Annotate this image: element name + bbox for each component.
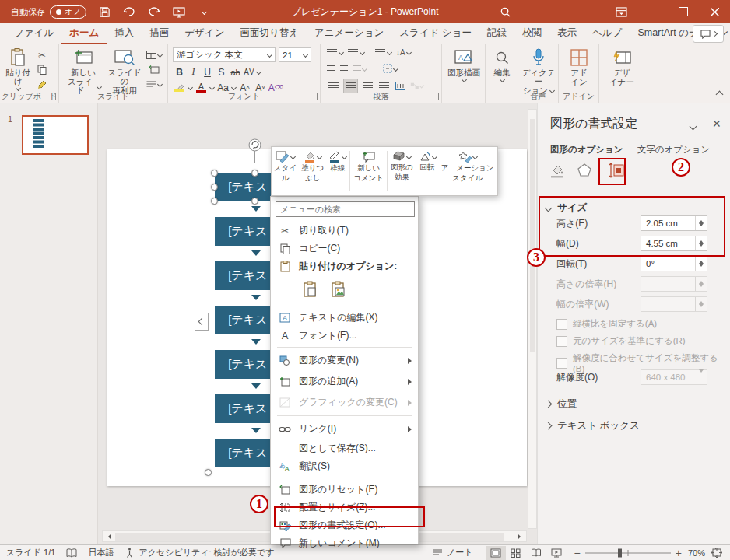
shapes-drawing-button[interactable]: A 図形描画 <box>446 47 482 82</box>
ribbon-display-options-button[interactable] <box>605 0 637 23</box>
bullets-button[interactable] <box>327 49 343 56</box>
section-size[interactable]: サイズ <box>546 201 587 215</box>
section-textbox[interactable]: テキスト ボックス <box>546 419 640 432</box>
menu-item-copy[interactable]: コピー(C) <box>271 240 418 257</box>
menu-search-input[interactable] <box>276 201 415 217</box>
smartart-frame-handle[interactable] <box>205 469 212 476</box>
menu-item-change-shape[interactable]: 図形の変更(N) <box>271 350 418 371</box>
close-button[interactable] <box>699 0 730 23</box>
tab-animations[interactable]: アニメーション <box>307 23 391 44</box>
font-dialog-launcher[interactable] <box>311 93 318 100</box>
paste-as-picture-button[interactable] <box>327 278 349 299</box>
text-shadow-button[interactable]: S <box>215 65 228 79</box>
tab-draw[interactable]: 描画 <box>142 23 177 44</box>
shape-effects-button[interactable]: 図形の効果 <box>388 147 416 195</box>
align-text-button[interactable] <box>383 64 398 73</box>
underline-button[interactable]: U <box>201 65 214 79</box>
shape-fill-button[interactable]: 塗りつぶし <box>299 147 326 195</box>
menu-item-translate[interactable]: あA 翻訳(S) <box>271 457 418 475</box>
accessibility-status[interactable]: アクセシビリティ: 検討が必要です <box>125 547 274 558</box>
character-spacing-dropdown-icon[interactable] <box>256 69 261 75</box>
scroll-right-icon[interactable] <box>518 534 524 540</box>
minimize-button[interactable] <box>637 0 668 23</box>
rotation-spinner[interactable] <box>695 257 707 271</box>
zoom-out-button[interactable]: − <box>574 547 581 559</box>
tab-text-options[interactable]: 文字のオプション <box>637 144 711 156</box>
autosave-toggle[interactable]: オフ <box>50 5 86 19</box>
height-input[interactable]: 2.05 cm <box>641 215 707 231</box>
tab-record[interactable]: 記録 <box>479 23 514 44</box>
menu-item-save-as-picture[interactable]: 図として保存(S)... <box>271 439 418 457</box>
tab-design[interactable]: デザイン <box>177 23 232 44</box>
menu-item-new-comment[interactable]: 新しいコメント(M) <box>271 534 418 552</box>
editing-button[interactable]: 編集 <box>488 47 516 82</box>
notes-button[interactable]: ノート <box>433 547 473 558</box>
undo-button[interactable] <box>122 5 136 19</box>
comments-button[interactable] <box>693 25 724 43</box>
height-spinner[interactable] <box>695 216 707 230</box>
collapse-ribbon-button[interactable] <box>717 89 722 100</box>
reset-slide-button[interactable] <box>146 63 162 76</box>
strikethrough-button[interactable]: ab <box>229 65 242 79</box>
line-spacing-button[interactable] <box>375 49 391 56</box>
increase-indent-button[interactable] <box>340 65 348 72</box>
text-direction-button[interactable]: ↓A <box>396 48 411 57</box>
cut-button[interactable]: ✂ <box>34 48 50 61</box>
clipboard-dialog-launcher[interactable] <box>49 93 56 100</box>
menu-item-cut[interactable]: ✂ 切り取り(T) <box>271 222 418 240</box>
slide-sorter-view-button[interactable] <box>506 546 526 560</box>
effects-tab-icon[interactable] <box>577 163 592 178</box>
qat-customize-button[interactable] <box>197 5 211 19</box>
selection-handle-bottom-left[interactable] <box>211 198 218 205</box>
addins-button[interactable]: アド イン <box>562 47 596 86</box>
rotate-button[interactable]: 回転 <box>416 147 439 195</box>
columns-button[interactable] <box>353 65 367 72</box>
numbering-button[interactable] <box>348 49 364 56</box>
selection-handle-top-left[interactable] <box>211 170 218 177</box>
tab-home[interactable]: ホーム <box>61 23 107 44</box>
font-name-combobox[interactable]: 游ゴシック 本文 <box>173 47 276 62</box>
tab-shape-options[interactable]: 図形のオプション <box>550 144 623 156</box>
paragraph-dialog-launcher[interactable] <box>432 93 439 100</box>
tab-slideshow[interactable]: スライド ショー <box>391 23 479 44</box>
vertical-scrollbar[interactable] <box>528 109 537 529</box>
menu-item-edit-text[interactable]: A テキストの編集(X) <box>271 309 418 327</box>
menu-item-add-shape[interactable]: 図形の追加(A) <box>271 371 418 392</box>
start-slideshow-button[interactable] <box>172 5 186 19</box>
search-icon[interactable] <box>498 5 512 19</box>
menu-item-format-shape[interactable]: 図形の書式設定(O)... <box>271 516 418 534</box>
section-button[interactable] <box>146 78 162 91</box>
menu-item-link[interactable]: リンク(I) <box>271 418 418 439</box>
rotation-input[interactable]: 0° <box>641 256 707 271</box>
redo-button[interactable] <box>147 5 161 19</box>
maximize-button[interactable] <box>668 0 699 23</box>
reading-view-button[interactable] <box>526 546 546 560</box>
normal-view-button[interactable] <box>486 546 506 560</box>
reuse-slides-button[interactable]: スライドの 再利用 <box>104 47 145 95</box>
zoom-in-button[interactable]: + <box>676 547 682 559</box>
tab-insert[interactable]: 挿入 <box>107 23 142 44</box>
smartart-text-pane-toggle[interactable] <box>195 313 209 331</box>
fit-to-window-button[interactable] <box>711 548 722 558</box>
animation-style-button[interactable]: アニメーションスタイル <box>439 147 497 195</box>
font-size-combobox[interactable]: 21 <box>279 47 311 62</box>
menu-item-font[interactable]: A フォント(F)... <box>271 327 418 345</box>
selection-handle-middle-left[interactable] <box>211 184 218 191</box>
character-spacing-button[interactable]: AV <box>243 65 256 79</box>
new-slide-button[interactable]: 新しい スライド <box>65 47 101 95</box>
zoom-level[interactable]: 70% <box>688 548 705 558</box>
save-button[interactable] <box>97 5 111 19</box>
decrease-indent-button[interactable] <box>327 65 335 72</box>
designer-button[interactable]: デザ イナー <box>603 47 641 86</box>
language-indicator[interactable]: 日本語 <box>88 547 114 558</box>
shape-outline-button[interactable]: 枠線 <box>326 147 349 195</box>
paste-keep-formatting-button[interactable] <box>299 278 321 299</box>
selection-handle-bottom-center[interactable] <box>251 198 258 205</box>
slideshow-view-button[interactable] <box>546 546 567 560</box>
bold-button[interactable]: B <box>173 65 186 79</box>
scroll-left-icon[interactable] <box>105 534 111 540</box>
dictation-button[interactable]: ディクテー ション <box>520 47 557 95</box>
shape-style-button[interactable]: スタイル <box>272 147 299 195</box>
display-settings-icon[interactable] <box>66 548 77 558</box>
slide-layout-button[interactable] <box>146 48 162 61</box>
